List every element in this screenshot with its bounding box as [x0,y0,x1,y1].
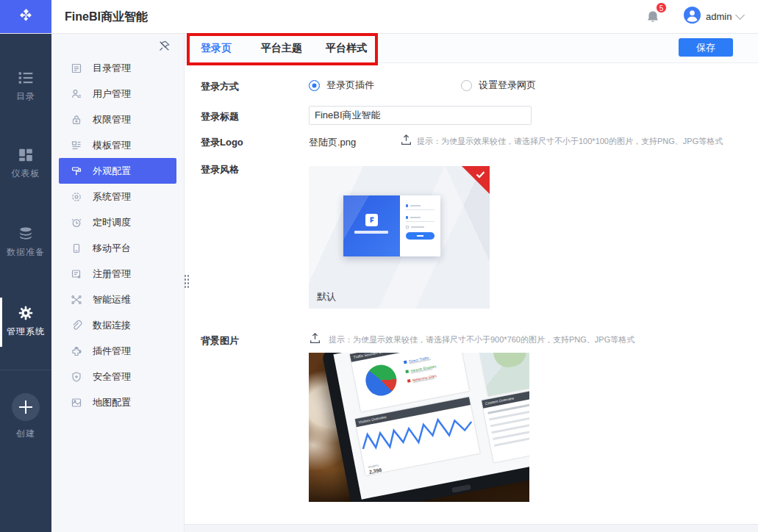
sidebar-item-label: 移动平台 [93,242,131,255]
catalog-list-icon [18,70,34,86]
puzzle-icon [71,345,83,357]
pie-legend: Direct Traffic Search Engines Referring … [404,354,440,388]
radio-set-login-webpage[interactable]: 设置登录网页 [461,79,536,92]
sidebar-item-directory-management[interactable]: 目录管理 [51,55,184,81]
clock-icon [71,216,83,229]
style-option-name: 默认 [317,290,336,303]
tab-platform-theme[interactable]: 平台主题 [261,33,302,62]
nav-label: 数据准备 [0,246,51,259]
sidebar-item-registration-management[interactable]: 注册管理 [51,261,184,287]
logo-upload-icon[interactable] [400,134,412,146]
login-method-radio-group: 登录页插件 设置登录网页 [309,79,536,92]
notification-badge[interactable]: 5 [656,2,667,13]
radio-login-plugin[interactable]: 登录页插件 [309,79,461,92]
radio-dot [461,80,472,91]
chevron-down-icon [736,10,746,20]
directory-management-icon [71,62,83,74]
dashboard-grid-icon [18,147,34,163]
page-bottom-strip [184,524,758,532]
preview-brand-panel [343,195,400,256]
paint-roller-icon [71,165,83,177]
photo-panel-map: Map Overlay [475,353,529,396]
sidebar-item-schedule[interactable]: 定时调度 [51,209,184,235]
tab-login-page[interactable]: 登录页 [201,33,232,62]
create-plus-button[interactable] [12,393,40,421]
logo-filename: 登陆页.png [309,136,356,149]
unpin-icon[interactable] [157,39,172,54]
sidebar-item-data-connection[interactable]: 数据连接 [51,312,184,338]
app-title: FineBI商业智能 [65,0,148,33]
avatar [684,7,701,26]
sidebar-item-label: 系统管理 [93,190,131,204]
content-header: 登录页 平台主题 平台样式 保存 [184,33,758,63]
background-image-label: 背景图片 [201,334,239,348]
sidebar-item-mobile-platform[interactable]: 移动平台 [51,235,184,261]
preview-password-field [406,214,435,222]
background-hint: 提示：为使显示效果较佳，请选择尺寸不小于900*760的图片，支持PNG、JPG… [329,334,634,345]
shield-icon [71,370,83,383]
user-menu[interactable]: admin [684,0,743,33]
nav-label: 仪表板 [0,168,51,180]
selected-check-corner [462,166,490,194]
nav-item-catalog[interactable]: 目录 [0,70,51,103]
fanruan-diamond-icon [17,7,35,27]
admin-sidebar: 目录管理 用户管理 权限管理 模板管理 外观配置 系统管理 [51,33,185,532]
background-upload-icon[interactable] [309,332,321,345]
top-bar: FineBI商业智能 5 admin [0,0,758,34]
sidebar-item-label: 权限管理 [93,113,131,126]
app-logo[interactable] [0,0,51,33]
tablet-home-button [451,484,471,493]
preview-remember-checkbox [406,226,435,229]
preview-logo [365,214,378,226]
primary-nav: 目录 仪表板 数据准备 管理系统 创建 [0,33,51,532]
tab-platform-style[interactable]: 平台样式 [326,33,367,62]
photo-panel-content: Content Overview [482,387,529,463]
save-button[interactable]: 保存 [679,38,733,57]
radio-label: 登录页插件 [326,79,374,92]
nav-item-dashboard[interactable]: 仪表板 [0,147,51,180]
tablet-in-photo: Traffic Sources Overview Direct Traffic … [322,353,529,502]
radio-dot [309,80,320,91]
logo-hint: 提示：为使显示效果较佳，请选择尺寸不小于100*100的图片，支持PNG、JPG… [417,136,723,147]
sidebar-item-map-config[interactable]: 地图配置 [51,389,184,415]
database-icon [18,226,34,242]
login-style-preview [343,195,440,256]
sidebar-item-label: 注册管理 [93,267,131,281]
sidebar-item-system-management[interactable]: 系统管理 [51,184,184,209]
sidebar-item-label: 插件管理 [93,345,131,358]
tablet-screen: Traffic Sources Overview Direct Traffic … [333,353,529,500]
sidebar-item-label: 数据连接 [93,319,131,332]
sidebar-item-label: 地图配置 [93,396,131,409]
preview-login-panel [400,195,440,256]
sidebar-item-user-management[interactable]: 用户管理 [51,81,184,107]
sidebar-item-intelligent-ops[interactable]: 智能运维 [51,287,184,312]
nav-divider [0,370,51,370]
nav-item-data-preparation[interactable]: 数据准备 [0,226,51,259]
background-photo-preview: Traffic Sources Overview Direct Traffic … [309,353,529,502]
template-icon [71,139,83,151]
login-logo-label: 登录Logo [201,136,243,149]
sidebar-item-template-management[interactable]: 模板管理 [51,132,184,158]
sidebar-item-permission-management[interactable]: 权限管理 [51,107,184,132]
sidebar-item-label: 用户管理 [93,87,131,101]
username-label: admin [706,11,732,22]
sidebar-menu: 目录管理 用户管理 权限管理 模板管理 外观配置 系统管理 [51,55,184,415]
nav-item-admin-system[interactable]: 管理系统 [0,305,51,338]
sidebar-item-label: 模板管理 [93,139,131,152]
create-label: 创建 [0,428,51,440]
gear-icon [18,305,34,321]
sidebar-item-label: 目录管理 [93,62,131,75]
sidebar-item-security-management[interactable]: 安全管理 [51,364,184,389]
pie-chart [360,359,403,402]
login-title-input[interactable] [309,106,532,125]
login-style-option-default[interactable]: 默认 [309,166,490,309]
preview-subtitle-bar [354,231,388,234]
sidebar-item-plugin-management[interactable]: 插件管理 [51,338,184,364]
gear-outline-icon [71,190,83,203]
sidebar-resize-handle[interactable] [183,273,190,288]
sidebar-item-appearance-config[interactable]: 外观配置 [59,158,176,184]
login-style-label: 登录风格 [201,163,239,176]
sidebar-item-label: 外观配置 [93,165,131,178]
user-management-icon [71,87,83,100]
lock-icon [71,113,83,126]
